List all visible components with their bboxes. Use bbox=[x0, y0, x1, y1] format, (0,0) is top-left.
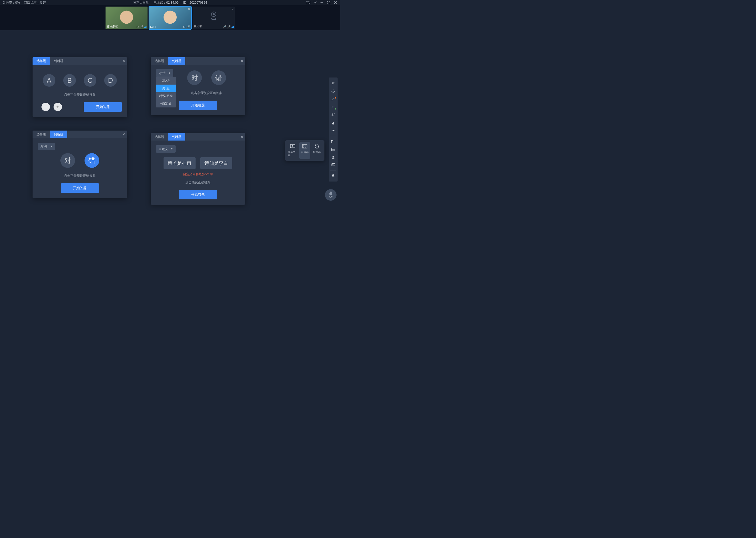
bell-icon[interactable] bbox=[329, 172, 337, 180]
screen-share-icon bbox=[290, 143, 296, 149]
svg-text:T: T bbox=[332, 105, 334, 108]
tab-choice[interactable]: 选择题 bbox=[151, 133, 168, 140]
dropdown-item[interactable]: 对/错 bbox=[156, 77, 176, 84]
mic-icon: 🎤 bbox=[186, 25, 190, 28]
participant-tile[interactable]: × Nina 🎤 bbox=[149, 7, 191, 29]
tab-truefalse[interactable]: 判断题 bbox=[168, 133, 185, 140]
move-icon[interactable] bbox=[329, 87, 337, 95]
start-quiz-button[interactable]: 开始答题 bbox=[84, 102, 122, 112]
raise-hand-button[interactable]: 0/2 bbox=[325, 189, 337, 201]
svg-point-8 bbox=[184, 27, 185, 27]
answer-tool-button[interactable]: A✓B✗ 答题器 bbox=[299, 142, 310, 159]
signal-icon bbox=[144, 26, 147, 28]
mic-icon: 🎤 bbox=[140, 25, 144, 28]
tile-close-icon[interactable]: × bbox=[231, 7, 234, 11]
pen-icon[interactable] bbox=[329, 95, 337, 103]
option-a[interactable]: A bbox=[43, 74, 55, 87]
hint-text: 点击字母预设正确答案 bbox=[38, 92, 122, 97]
laser-pointer-icon[interactable] bbox=[329, 80, 337, 87]
svg-point-21 bbox=[332, 164, 333, 165]
camera-toggle-icon[interactable] bbox=[306, 1, 310, 5]
quiz-panel-truefalse: 选择题 判断题 × 对/错 ▼ 对 错 点击字母预设正确答案 开始答题 bbox=[32, 131, 127, 198]
settings-icon[interactable] bbox=[313, 1, 317, 5]
dropdown-item[interactable]: 美/丑 bbox=[156, 84, 176, 92]
tf-option-false[interactable]: 错 bbox=[84, 153, 99, 168]
tab-choice[interactable]: 选择题 bbox=[32, 57, 50, 65]
svg-point-6 bbox=[138, 27, 138, 27]
warning-text: 自定义内容最多5个字 bbox=[156, 172, 240, 177]
text-icon[interactable]: T bbox=[329, 103, 337, 111]
tile-close-icon[interactable]: × bbox=[188, 7, 190, 11]
tab-truefalse[interactable]: 判断题 bbox=[50, 57, 67, 65]
tab-truefalse[interactable]: 判断题 bbox=[50, 131, 67, 138]
screen-share-button[interactable]: 屏幕共享 bbox=[287, 142, 298, 159]
maximize-icon[interactable] bbox=[327, 1, 331, 5]
panel-close-icon[interactable]: × bbox=[122, 59, 125, 63]
target-icon bbox=[136, 26, 139, 28]
svg-point-19 bbox=[333, 156, 334, 157]
person-icon[interactable] bbox=[329, 153, 337, 161]
dropdown-item[interactable]: 精致/粗糙 bbox=[156, 92, 176, 100]
start-quiz-button[interactable]: 开始答题 bbox=[179, 190, 217, 199]
scissors-icon[interactable] bbox=[329, 111, 337, 119]
chevron-down-icon: ▼ bbox=[170, 148, 173, 150]
option-d[interactable]: D bbox=[104, 74, 117, 87]
tf-type-select[interactable]: 对/错 ▼ bbox=[38, 143, 55, 150]
option-b[interactable]: B bbox=[63, 74, 76, 87]
tf-type-select[interactable]: 自定义 ▼ bbox=[156, 145, 176, 153]
hint-text: 点击预设正确答案 bbox=[156, 180, 240, 185]
minimize-icon[interactable] bbox=[320, 1, 324, 5]
svg-rect-16 bbox=[332, 148, 335, 150]
participant-tile[interactable]: 叮当老师 🎤 bbox=[106, 7, 148, 29]
option-c[interactable]: C bbox=[84, 74, 96, 87]
tf-type-dropdown: 对/错 美/丑 精致/粗糙 +自定义 bbox=[156, 77, 176, 107]
svg-point-14 bbox=[332, 115, 333, 116]
chevron-down-icon: ▼ bbox=[168, 72, 170, 74]
add-option-button[interactable]: + bbox=[54, 103, 62, 111]
svg-point-15 bbox=[333, 130, 334, 131]
status-bar: 丢包率：0% 网络状态：良好 神秘大自然 已上课：02:34:09 ID：202… bbox=[0, 0, 340, 5]
mic-muted-icon: 🎤 bbox=[223, 25, 226, 28]
chat-icon[interactable] bbox=[329, 161, 337, 169]
hand-icon bbox=[329, 191, 333, 196]
start-quiz-button[interactable]: 开始答题 bbox=[179, 101, 217, 110]
chevron-down-icon: ▼ bbox=[50, 145, 53, 148]
session-id: ID：2020070324 bbox=[183, 1, 207, 5]
tab-truefalse[interactable]: 判断题 bbox=[168, 57, 185, 65]
remove-option-button[interactable]: − bbox=[41, 103, 50, 111]
tab-choice[interactable]: 选择题 bbox=[32, 131, 50, 138]
participant-tile[interactable]: × 王小明 🎤 🎤 bbox=[193, 7, 235, 29]
svg-rect-0 bbox=[306, 1, 309, 4]
tf-option-true[interactable]: 对 bbox=[187, 71, 202, 85]
folder-icon[interactable] bbox=[329, 138, 337, 145]
buzzer-button[interactable]: 抢答器 bbox=[311, 142, 322, 159]
class-title: 神秘大自然 bbox=[133, 1, 149, 5]
panel-close-icon[interactable]: × bbox=[122, 132, 125, 136]
panel-close-icon[interactable]: × bbox=[241, 59, 243, 63]
svg-point-1 bbox=[314, 2, 315, 3]
drawer-icon[interactable] bbox=[329, 145, 337, 153]
mic-icon: 🎤 bbox=[227, 25, 231, 28]
whiteboard-toolbar: T bbox=[329, 78, 338, 182]
tf-option-false[interactable]: 错 bbox=[211, 71, 226, 85]
close-icon[interactable] bbox=[333, 1, 338, 5]
eraser-icon[interactable] bbox=[329, 119, 337, 126]
network-status: 网络状态：良好 bbox=[24, 1, 46, 5]
custom-option[interactable]: 诗圣是杜甫 bbox=[164, 157, 196, 169]
tab-choice[interactable]: 选择题 bbox=[151, 57, 168, 65]
participant-strip: 叮当老师 🎤 × Nina 🎤 × 王小明 🎤 🎤 bbox=[0, 5, 340, 30]
svg-text:B: B bbox=[303, 146, 304, 148]
custom-option[interactable]: 诗仙是李白 bbox=[200, 157, 232, 169]
participant-name: 王小明 bbox=[194, 25, 202, 28]
start-quiz-button[interactable]: 开始答题 bbox=[61, 183, 99, 193]
brightness-icon[interactable] bbox=[329, 127, 337, 134]
svg-point-22 bbox=[333, 164, 333, 165]
panel-close-icon[interactable]: × bbox=[241, 134, 243, 139]
elapsed-time: 已上课：02:34:09 bbox=[154, 1, 178, 5]
tf-option-true[interactable]: 对 bbox=[60, 153, 75, 168]
packet-loss: 丢包率：0% bbox=[3, 1, 20, 5]
dropdown-item[interactable]: +自定义 bbox=[156, 100, 176, 107]
svg-text:✓: ✓ bbox=[305, 145, 306, 146]
tf-type-select[interactable]: 对/错 ▼ 对/错 美/丑 精致/粗糙 +自定义 bbox=[156, 69, 173, 77]
quiz-panel-custom: 选择题 判断题 × 自定义 ▼ 诗圣是杜甫 诗仙是李白 自定义内容最多5个字 点… bbox=[151, 133, 245, 205]
